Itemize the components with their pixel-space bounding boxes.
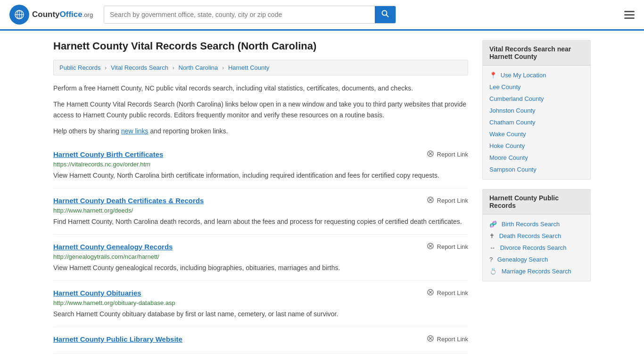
hoke-county-link[interactable]: Hoke County bbox=[489, 142, 525, 149]
cumberland-county-link[interactable]: Cumberland County bbox=[489, 95, 544, 102]
death-records-link[interactable]: Death Records Search bbox=[499, 232, 561, 239]
result-title-3[interactable]: Harnett County Obituaries bbox=[53, 289, 141, 297]
report-label-0: Report Link bbox=[437, 151, 468, 158]
death-records-item[interactable]: ✝ Death Records Search bbox=[483, 230, 590, 242]
johnston-county-link[interactable]: Johnston County bbox=[489, 107, 536, 114]
marriage-icon: 💍 bbox=[489, 268, 497, 275]
moore-county-link[interactable]: Moore County bbox=[489, 154, 528, 161]
header: CountyOffice.org bbox=[0, 0, 644, 31]
result-title-0[interactable]: Harnett County Birth Certificates bbox=[53, 150, 163, 158]
public-records-header: Harnett County Public Records bbox=[483, 189, 590, 214]
result-title-2[interactable]: Harnett County Genealogy Records bbox=[53, 243, 173, 251]
menu-button[interactable] bbox=[624, 11, 635, 19]
use-my-location-link[interactable]: Use My Location bbox=[501, 72, 546, 79]
lee-county-link[interactable]: Lee County bbox=[489, 83, 521, 90]
breadcrumb-nc[interactable]: North Carolina bbox=[179, 64, 218, 71]
report-link-2[interactable]: Report Link bbox=[427, 242, 468, 251]
marriage-records-link[interactable]: Marriage Records Search bbox=[502, 268, 571, 275]
result-url-2: http://genealogytrails.com/ncar/harnett/ bbox=[53, 253, 468, 260]
report-link-0[interactable]: Report Link bbox=[427, 150, 468, 159]
result-title-4[interactable]: Harnett County Public Library Website bbox=[53, 335, 182, 343]
genealogy-item[interactable]: ? Genealogy Search bbox=[483, 254, 590, 265]
sidebar: Vital Records Search near Harnett County… bbox=[482, 40, 591, 354]
description-3: Help others by sharing new links and rep… bbox=[53, 126, 468, 136]
result-header: Harnett County Genealogy Records Report … bbox=[53, 242, 468, 251]
sidebar-item-moore[interactable]: Moore County bbox=[483, 152, 590, 164]
use-my-location-item[interactable]: 📍 Use My Location bbox=[483, 69, 590, 81]
search-bar bbox=[104, 6, 396, 24]
desc3-post: and reporting broken links. bbox=[149, 127, 228, 135]
marriage-records-item[interactable]: 💍 Marriage Records Search bbox=[483, 265, 590, 277]
report-link-1[interactable]: Report Link bbox=[427, 196, 468, 205]
search-input[interactable] bbox=[104, 6, 375, 23]
result-item: Harnett County Obituaries Report Link ht… bbox=[53, 281, 468, 327]
svg-line-6 bbox=[387, 15, 388, 17]
description-1: Perform a free Harnett County, NC public… bbox=[53, 83, 468, 93]
description-2: The Harnett County Vital Records Search … bbox=[53, 99, 468, 120]
birth-icon: 🧬 bbox=[489, 221, 497, 228]
sidebar-item-cumberland[interactable]: Cumberland County bbox=[483, 93, 590, 105]
breadcrumb-harnett[interactable]: Harnett County bbox=[228, 64, 269, 71]
report-label-1: Report Link bbox=[437, 197, 468, 204]
result-url-3: http://www.harnett.org/obituary-database… bbox=[53, 299, 468, 306]
birth-records-item[interactable]: 🧬 Birth Records Search bbox=[483, 218, 590, 230]
chatham-county-link[interactable]: Chatham County bbox=[489, 119, 536, 126]
genealogy-link[interactable]: Genealogy Search bbox=[497, 256, 548, 263]
content-area: Harnett County Vital Records Search (Nor… bbox=[53, 40, 468, 354]
public-records-section: Harnett County Public Records 🧬 Birth Re… bbox=[482, 189, 591, 281]
breadcrumb-sep-1: › bbox=[105, 64, 107, 71]
breadcrumb-vital-records[interactable]: Vital Records Search bbox=[111, 64, 168, 71]
breadcrumb-public-records[interactable]: Public Records bbox=[59, 64, 100, 71]
sidebar-item-johnston[interactable]: Johnston County bbox=[483, 105, 590, 116]
result-desc-2: View Harnett County genealogical records… bbox=[53, 263, 468, 273]
result-header: Harnett County Obituaries Report Link bbox=[53, 288, 468, 297]
result-url-0: https://vitalrecords.nc.gov/order.htm bbox=[53, 161, 468, 168]
divorce-records-item[interactable]: ↔ Divorce Records Search bbox=[483, 242, 590, 254]
location-icon: 📍 bbox=[489, 72, 497, 79]
report-link-4[interactable]: Report Link bbox=[427, 335, 468, 344]
birth-records-link[interactable]: Birth Records Search bbox=[502, 221, 560, 228]
result-header: Harnett County Birth Certificates Report… bbox=[53, 150, 468, 159]
page-title: Harnett County Vital Records Search (Nor… bbox=[53, 40, 468, 52]
divorce-records-link[interactable]: Divorce Records Search bbox=[500, 244, 567, 251]
report-link-3[interactable]: Report Link bbox=[427, 288, 468, 297]
result-item: Harnett County Public Library Website Re… bbox=[53, 327, 468, 354]
logo-area: CountyOffice.org bbox=[9, 5, 94, 25]
nearby-header: Vital Records Search near Harnett County bbox=[483, 41, 590, 66]
result-url-1: http://www.harnett.org/deeds/ bbox=[53, 207, 468, 214]
main-container: Harnett County Vital Records Search (Nor… bbox=[39, 31, 605, 362]
report-icon-4 bbox=[427, 335, 434, 344]
report-label-3: Report Link bbox=[437, 289, 468, 296]
sidebar-item-sampson[interactable]: Sampson County bbox=[483, 164, 590, 175]
result-item: Harnett County Genealogy Records Report … bbox=[53, 235, 468, 281]
sidebar-item-wake[interactable]: Wake County bbox=[483, 128, 590, 140]
desc3-pre: Help others by sharing bbox=[53, 127, 121, 135]
result-header: Harnett County Public Library Website Re… bbox=[53, 335, 468, 344]
result-desc-3: Search Harnett County obituary database … bbox=[53, 309, 468, 319]
nearby-list: 📍 Use My Location Lee County Cumberland … bbox=[483, 66, 590, 179]
result-header: Harnett County Death Certificates & Reco… bbox=[53, 196, 468, 205]
report-label-4: Report Link bbox=[437, 336, 468, 343]
sidebar-item-lee[interactable]: Lee County bbox=[483, 81, 590, 93]
breadcrumb: Public Records › Vital Records Search › … bbox=[53, 60, 468, 75]
new-links-link[interactable]: new links bbox=[121, 127, 149, 135]
report-icon-3 bbox=[427, 288, 434, 297]
report-label-2: Report Link bbox=[437, 243, 468, 250]
public-records-list: 🧬 Birth Records Search ✝ Death Records S… bbox=[483, 214, 590, 281]
sidebar-item-hoke[interactable]: Hoke County bbox=[483, 140, 590, 152]
death-icon: ✝ bbox=[489, 232, 495, 239]
wake-county-link[interactable]: Wake County bbox=[489, 131, 526, 138]
results-container: Harnett County Birth Certificates Report… bbox=[53, 142, 468, 354]
breadcrumb-sep-2: › bbox=[173, 64, 174, 71]
divorce-icon: ↔ bbox=[489, 244, 495, 251]
sidebar-item-chatham[interactable]: Chatham County bbox=[483, 116, 590, 128]
search-button[interactable] bbox=[375, 6, 396, 23]
report-icon-2 bbox=[427, 242, 434, 251]
sampson-county-link[interactable]: Sampson County bbox=[489, 166, 537, 173]
report-icon-0 bbox=[427, 150, 434, 159]
breadcrumb-sep-3: › bbox=[222, 64, 224, 71]
result-title-1[interactable]: Harnett County Death Certificates & Reco… bbox=[53, 197, 204, 205]
logo-icon bbox=[9, 5, 29, 25]
result-desc-1: Find Harnett County, North Carolina deat… bbox=[53, 217, 468, 227]
result-item: Harnett County Birth Certificates Report… bbox=[53, 142, 468, 189]
